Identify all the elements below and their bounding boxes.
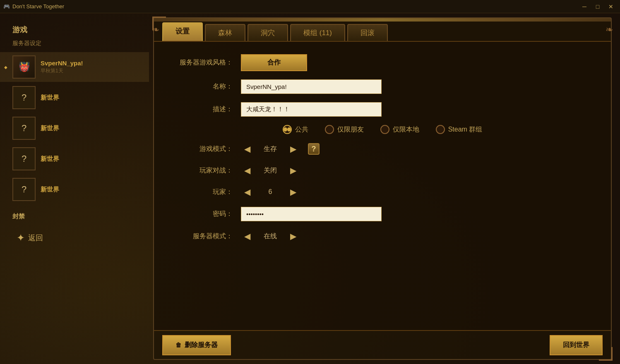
titlebar: 🎮 Don't Starve Together ─ □ ✕ xyxy=(0,0,620,13)
name-row: 名称： xyxy=(179,79,586,94)
main-content: 设置 森林 洞穴 模组 (11) 回滚 ❧ ❧ 服务器游戏风格： 合作 名称： xyxy=(149,13,620,364)
radio-public-label: 公共 xyxy=(295,125,308,134)
pvp-value: 关闭 xyxy=(254,165,287,177)
server-thumbnail: ? xyxy=(12,147,36,170)
pvp-control: ◀ 关闭 ▶ xyxy=(241,164,300,177)
server-item[interactable]: ? 新世界 xyxy=(0,144,149,174)
server-name: SvperNN_ypa! xyxy=(41,60,83,67)
server-name: 新世界 xyxy=(41,125,59,132)
sidebar: 游戏 服务器设定 👹 SvperNN_ypa! 早秋第1天 ? 新世界 ? xyxy=(0,13,149,364)
tab-rollback[interactable]: 回滚 xyxy=(347,24,388,41)
players-next-button[interactable]: ▶ xyxy=(287,185,300,199)
pvp-prev-button[interactable]: ◀ xyxy=(241,164,254,177)
game-mode-value: 生存 xyxy=(254,143,287,155)
pvp-next-button[interactable]: ▶ xyxy=(287,164,300,177)
bottom-bar: 🗑 删除服务器 回到世界 xyxy=(154,330,611,359)
delete-label: 删除服务器 xyxy=(185,341,218,350)
titlebar-controls: ─ □ ✕ xyxy=(579,2,617,11)
visibility-group: 公共 仅限朋友 仅限本地 Steam 群组 xyxy=(179,125,586,134)
radio-steam[interactable]: Steam 群组 xyxy=(436,125,483,134)
content-area: 服务器游戏风格： 合作 名称： 描述： xyxy=(154,41,611,330)
password-row: 密码： xyxy=(179,207,586,221)
back-icon: ✦ xyxy=(17,232,25,244)
radio-circle-public xyxy=(283,125,292,134)
server-thumbnail: 👹 xyxy=(12,55,36,79)
style-row: 服务器游戏风格： 合作 xyxy=(179,54,586,71)
server-mode-prev-button[interactable]: ◀ xyxy=(241,230,254,243)
pvp-label: 玩家对战： xyxy=(179,166,233,175)
back-button[interactable]: ✦ 返回 xyxy=(8,216,157,244)
game-mode-help-button[interactable]: ? xyxy=(308,143,320,155)
radio-circle-steam xyxy=(436,125,445,134)
radio-local-label: 仅限本地 xyxy=(393,125,419,134)
return-to-world-button[interactable]: 回到世界 xyxy=(550,335,603,355)
players-row: 玩家： ◀ 6 ▶ xyxy=(179,185,586,199)
scroll-right-decoration: ❧ xyxy=(606,24,613,35)
return-label: 回到世界 xyxy=(563,341,589,348)
sidebar-game-title: 游戏 xyxy=(0,22,149,38)
server-item[interactable]: ? 新世界 xyxy=(0,83,149,113)
trash-icon: 🗑 xyxy=(175,342,181,348)
maximize-button[interactable]: □ xyxy=(592,2,603,11)
name-input[interactable] xyxy=(241,79,382,94)
server-thumbnail: ? xyxy=(12,86,36,109)
server-list: 👹 SvperNN_ypa! 早秋第1天 ? 新世界 ? 新世界 xyxy=(0,52,149,204)
server-thumbnail: ? xyxy=(12,117,36,140)
style-button[interactable]: 合作 xyxy=(241,54,307,71)
radio-circle-friends xyxy=(325,125,334,134)
radio-public[interactable]: 公共 xyxy=(283,125,308,134)
server-info: 新世界 xyxy=(41,155,59,163)
players-control: ◀ 6 ▶ xyxy=(241,185,300,199)
radio-friends-label: 仅限朋友 xyxy=(337,125,364,134)
tab-settings[interactable]: 设置 xyxy=(162,22,203,41)
radio-local[interactable]: 仅限本地 xyxy=(380,125,419,134)
radio-steam-label: Steam 群组 xyxy=(448,125,483,134)
server-thumbnail: ? xyxy=(12,178,36,201)
password-label: 密码： xyxy=(179,210,233,218)
server-name: 新世界 xyxy=(41,155,59,163)
server-info: SvperNN_ypa! 早秋第1天 xyxy=(41,60,83,74)
server-info: 新世界 xyxy=(41,186,59,194)
scroll-left-decoration: ❧ xyxy=(152,24,159,35)
style-label: 服务器游戏风格： xyxy=(179,58,233,67)
tab-forest[interactable]: 森林 xyxy=(205,24,245,41)
server-item[interactable]: ? 新世界 xyxy=(0,113,149,143)
server-sub: 早秋第1天 xyxy=(41,67,83,74)
desc-label: 描述： xyxy=(179,105,233,114)
minimize-button[interactable]: ─ xyxy=(579,2,590,11)
players-value: 6 xyxy=(254,187,287,197)
server-name: 新世界 xyxy=(41,186,59,194)
tab-cave[interactable]: 洞穴 xyxy=(248,24,288,41)
server-mode-row: 服务器模式： ◀ 在线 ▶ xyxy=(179,230,586,243)
delete-server-button[interactable]: 🗑 删除服务器 xyxy=(162,335,231,355)
app-body: 游戏 服务器设定 👹 SvperNN_ypa! 早秋第1天 ? 新世界 ? xyxy=(0,13,620,364)
game-mode-next-button[interactable]: ▶ xyxy=(287,142,300,156)
server-mode-value: 在线 xyxy=(254,230,287,242)
server-info: 新世界 xyxy=(41,125,59,132)
desc-row: 描述： xyxy=(179,102,586,117)
close-button[interactable]: ✕ xyxy=(605,2,617,11)
app-title: Don't Starve Together xyxy=(12,3,64,10)
server-mode-next-button[interactable]: ▶ xyxy=(287,230,300,243)
server-item[interactable]: ? 新世界 xyxy=(0,175,149,204)
server-mode-control: ◀ 在线 ▶ xyxy=(241,230,300,243)
desc-input[interactable] xyxy=(241,102,382,117)
radio-friends[interactable]: 仅限朋友 xyxy=(325,125,364,134)
titlebar-left: 🎮 Don't Starve Together xyxy=(3,3,64,10)
players-label: 玩家： xyxy=(179,188,233,196)
question-mark-icon: ? xyxy=(312,145,316,153)
app-icon: 🎮 xyxy=(3,3,10,10)
server-name: 新世界 xyxy=(41,94,59,102)
name-label: 名称： xyxy=(179,82,233,91)
sidebar-server-title: 服务器设定 xyxy=(0,38,149,52)
server-info: 新世界 xyxy=(41,94,59,102)
pvp-row: 玩家对战： ◀ 关闭 ▶ xyxy=(179,164,586,177)
game-mode-label: 游戏模式： xyxy=(179,145,233,153)
players-prev-button[interactable]: ◀ xyxy=(241,185,254,199)
password-input[interactable] xyxy=(241,207,382,221)
server-mode-label: 服务器模式： xyxy=(179,232,233,241)
game-mode-row: 游戏模式： ◀ 生存 ▶ ? xyxy=(179,142,586,156)
tab-mods[interactable]: 模组 (11) xyxy=(290,24,345,41)
server-item[interactable]: 👹 SvperNN_ypa! 早秋第1天 xyxy=(0,52,149,82)
game-mode-prev-button[interactable]: ◀ xyxy=(241,142,254,156)
